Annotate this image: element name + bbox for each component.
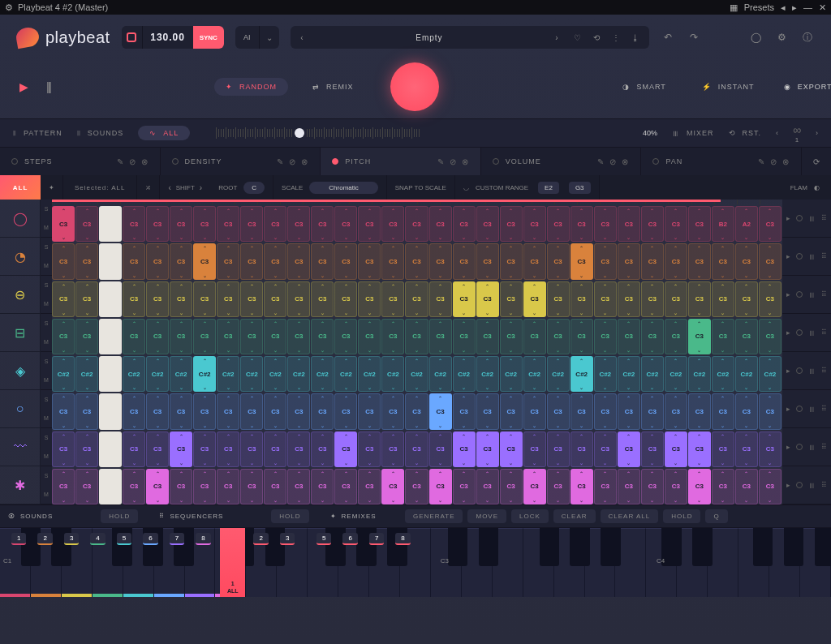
all-tab[interactable]: ∿ALL (138, 126, 190, 140)
step-cell[interactable]: ⌃C3⌄ (688, 393, 711, 429)
step-cell[interactable] (99, 319, 122, 354)
step-cell[interactable]: ⌃C3⌄ (170, 319, 192, 354)
step-cell[interactable]: ⌃C3⌄ (123, 281, 145, 317)
key-slot-label[interactable]: 6 (143, 533, 157, 545)
track-icon[interactable]: ◔ (0, 238, 41, 276)
track-dot[interactable] (796, 406, 803, 412)
solo-button[interactable]: S (45, 352, 49, 371)
track-sliders-icon[interactable]: ⫼ (808, 367, 816, 375)
step-cell[interactable]: ⌃C3⌄ (735, 469, 758, 504)
step-cell[interactable]: ⌃C3⌄ (146, 469, 169, 504)
track-dot[interactable] (796, 253, 803, 260)
step-cell[interactable]: ⌃C3⌄ (193, 393, 216, 429)
step-cell[interactable]: ⌃C3⌄ (217, 431, 239, 467)
step-cell[interactable]: ⌃C3⌄ (287, 431, 310, 467)
link-icon[interactable]: ⊘ (289, 157, 296, 166)
step-cell[interactable]: ⌃C3⌄ (476, 469, 499, 504)
flam-control[interactable]: FLAM◐ (779, 184, 831, 191)
black-key[interactable] (540, 528, 560, 566)
edit-icon[interactable]: ✎ (277, 157, 284, 166)
step-cell[interactable]: ⌃C#2⌄ (334, 356, 357, 392)
step-cell[interactable]: ⌃C3⌄ (75, 393, 98, 429)
export-button[interactable]: ◉EXPORT (784, 83, 831, 91)
step-cell[interactable]: ⌃C3⌄ (311, 206, 334, 242)
step-cell[interactable]: ⌃C3⌄ (688, 243, 711, 279)
step-cell[interactable]: ⌃C#2⌄ (500, 356, 523, 392)
solo-button[interactable]: S (45, 314, 49, 333)
step-cell[interactable]: ⌃C3⌄ (334, 431, 357, 467)
presets-label[interactable]: Presets (744, 2, 774, 12)
flam-knob-icon[interactable]: ◐ (814, 184, 820, 191)
step-cell[interactable]: ⌃C3⌄ (311, 431, 334, 467)
mute-button[interactable]: M (44, 294, 49, 313)
step-cell[interactable]: ⌃C3⌄ (358, 243, 381, 279)
step-cell[interactable]: ⌃C3⌄ (523, 243, 546, 279)
step-cell[interactable]: ⌃C3⌄ (123, 469, 145, 504)
globe-icon[interactable]: ◯ (748, 30, 763, 45)
track-play-icon[interactable]: ▸ (786, 214, 790, 222)
main-dial[interactable] (390, 62, 439, 111)
solo-button[interactable]: S (45, 390, 49, 409)
favorite-icon[interactable]: ♡ (568, 26, 586, 49)
step-cell[interactable]: ⌃C3⌄ (429, 281, 452, 317)
track-more-icon[interactable]: ⠿ (821, 405, 827, 413)
step-cell[interactable]: ⌃C3⌄ (641, 206, 664, 242)
step-cell[interactable]: ⌃C3⌄ (381, 393, 404, 429)
step-cell[interactable]: ⌃C3⌄ (429, 393, 452, 429)
step-cell[interactable]: ⌃C3⌄ (547, 281, 570, 317)
step-cell[interactable]: ⌃C3⌄ (75, 281, 98, 317)
step-cell[interactable]: ⌃C3⌄ (381, 319, 404, 354)
reset-button[interactable]: ⟲RST. (729, 129, 762, 137)
preset-next-button[interactable]: › (545, 33, 568, 42)
step-cell[interactable]: ⌃C3⌄ (453, 319, 476, 354)
step-cell[interactable]: ⌃C3⌄ (405, 393, 428, 429)
step-cell[interactable]: ⌃C3⌄ (381, 281, 404, 317)
black-key[interactable] (448, 528, 468, 566)
pattern-tab[interactable]: ⦀PATTERN (13, 129, 62, 138)
sequencers-section[interactable]: ⠿SEQUENCERS (159, 513, 223, 520)
step-cell[interactable]: ⌃C3⌄ (476, 393, 499, 429)
instant-button[interactable]: ⚡INSTANT (691, 78, 766, 96)
step-cell[interactable]: ⌃C3⌄ (735, 393, 758, 429)
step-cell[interactable]: ⌃C#2⌄ (547, 356, 570, 392)
track-dot[interactable] (796, 291, 803, 298)
step-cell[interactable]: ⌃C3⌄ (381, 431, 404, 467)
step-cell[interactable]: ⌃C3⌄ (618, 469, 640, 504)
preset-name[interactable]: Empty (313, 33, 545, 42)
step-cell[interactable]: ⌃C#2⌄ (170, 356, 192, 392)
range-high[interactable]: G3 (569, 182, 591, 194)
sync-button[interactable]: SYNC (193, 26, 224, 49)
track-more-icon[interactable]: ⠿ (821, 328, 827, 337)
step-cell[interactable]: ⌃C3⌄ (594, 281, 617, 317)
step-cell[interactable]: ⌃C3⌄ (712, 281, 734, 317)
step-cell[interactable]: ⌃C#2⌄ (405, 356, 428, 392)
step-cell[interactable]: ⌃C3⌄ (123, 206, 145, 242)
step-cell[interactable]: ⌃C3⌄ (52, 206, 75, 242)
step-cell[interactable]: ⌃C3⌄ (358, 431, 381, 467)
track-icon[interactable]: ○ (0, 390, 41, 428)
shuffle-tool-icon[interactable]: ⤮ (137, 175, 160, 200)
track-play-icon[interactable]: ▸ (786, 290, 790, 298)
step-cell[interactable]: ⌃C3⌄ (52, 431, 75, 467)
step-cell[interactable]: ⌃C3⌄ (146, 243, 169, 279)
step-cell[interactable]: ⌃C3⌄ (500, 281, 523, 317)
step-cell[interactable]: ⌃C3⌄ (311, 281, 334, 317)
track-more-icon[interactable]: ⠿ (821, 290, 827, 298)
step-cell[interactable]: ⌃C3⌄ (146, 393, 169, 429)
step-cell[interactable]: ⌃C3⌄ (381, 206, 404, 242)
step-cell[interactable]: ⌃C3⌄ (193, 469, 216, 504)
key-slot-label[interactable]: 7 (170, 533, 184, 545)
step-cell[interactable]: ⌃C3⌄ (193, 431, 216, 467)
step-cell[interactable]: ⌃C3⌄ (547, 319, 570, 354)
step-cell[interactable]: ⌃C3⌄ (405, 469, 428, 504)
step-cell[interactable]: ⌃C3⌄ (688, 319, 711, 354)
track-dot[interactable] (796, 444, 803, 450)
step-cell[interactable]: ⌃C3⌄ (453, 243, 476, 279)
link-icon[interactable]: ⊘ (609, 157, 617, 166)
preset-prev-icon[interactable]: ◂ (781, 2, 786, 13)
step-cell[interactable]: ⌃C3⌄ (547, 393, 570, 429)
step-cell[interactable]: ⌃C3⌄ (500, 243, 523, 279)
bars-icon[interactable]: ||| (46, 80, 50, 93)
track-play-icon[interactable]: ▸ (786, 405, 790, 413)
edit-icon[interactable]: ✎ (117, 157, 124, 166)
